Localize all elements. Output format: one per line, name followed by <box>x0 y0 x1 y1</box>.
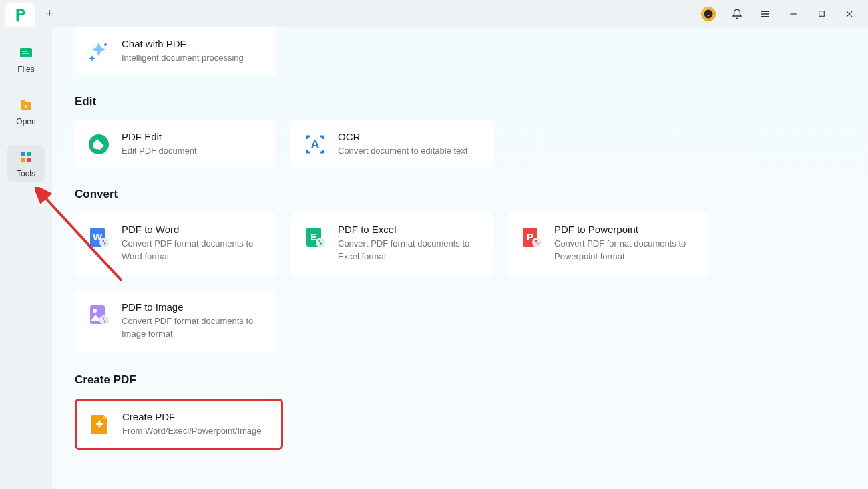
app-logo-icon <box>13 8 27 23</box>
svg-rect-14 <box>27 158 31 162</box>
sidebar-item-label: Open <box>16 117 35 126</box>
pdf-edit-icon <box>87 132 111 156</box>
card-title: PDF to Word <box>122 224 264 235</box>
open-icon <box>18 97 34 113</box>
card-content: Chat with PDF Intelligent document proce… <box>122 38 244 64</box>
svg-point-26 <box>532 238 541 247</box>
card-title: PDF to Powerpoint <box>554 224 697 235</box>
card-pdf-to-excel[interactable]: E PDF to Excel Convert PDF format docume… <box>291 213 493 276</box>
card-title: Chat with PDF <box>122 38 244 49</box>
word-icon: W <box>87 225 111 249</box>
main-content: Chat with PDF Intelligent document proce… <box>52 27 868 489</box>
svg-rect-13 <box>21 158 25 162</box>
plus-icon: + <box>46 7 53 21</box>
sidebar-item-label: Files <box>17 65 34 74</box>
svg-point-0 <box>704 9 713 18</box>
card-pdf-to-powerpoint[interactable]: P PDF to Powerpoint Convert PDF format d… <box>507 213 709 276</box>
svg-point-23 <box>316 238 325 247</box>
svg-rect-12 <box>27 152 31 156</box>
card-content: PDF to Word Convert PDF format documents… <box>122 224 264 262</box>
card-content: Create PDF From Word/Execl/Powerpoint/Im… <box>122 411 262 437</box>
card-content: PDF to Excel Convert PDF format document… <box>338 224 481 262</box>
svg-point-20 <box>99 238 109 247</box>
card-title: OCR <box>338 131 467 142</box>
card-desc: Convert PDF format documents to Excel fo… <box>338 238 481 262</box>
card-desc: From Word/Execl/Powerpoint/Image <box>122 425 262 437</box>
card-title: PDF to Image <box>122 301 264 313</box>
svg-text:A: A <box>311 138 320 151</box>
app-tab[interactable] <box>5 3 35 27</box>
section-title-convert: Convert <box>75 188 845 201</box>
svg-point-29 <box>99 315 109 325</box>
minimize-button[interactable] <box>787 7 800 21</box>
svg-point-28 <box>93 309 97 313</box>
svg-rect-31 <box>99 421 101 428</box>
card-content: OCR Convert document to editable text <box>338 131 467 157</box>
sidebar: Files Open Tools <box>0 27 52 489</box>
card-create-pdf[interactable]: Create PDF From Word/Execl/Powerpoint/Im… <box>75 399 283 449</box>
powerpoint-icon: P <box>519 225 544 249</box>
notification-icon[interactable] <box>730 7 744 21</box>
sidebar-item-open[interactable]: Open <box>7 93 45 130</box>
section-title-edit: Edit <box>75 95 845 108</box>
svg-rect-11 <box>21 152 25 156</box>
card-pdf-edit[interactable]: PDF Edit Edit PDF document <box>75 120 276 168</box>
card-chat-with-pdf[interactable]: Chat with PDF Intelligent document proce… <box>75 27 276 75</box>
close-button[interactable] <box>843 7 856 21</box>
svg-rect-5 <box>819 11 824 17</box>
svg-rect-10 <box>22 53 29 54</box>
user-avatar[interactable] <box>701 7 716 21</box>
card-desc: Intelligent document processing <box>122 52 244 64</box>
new-tab-button[interactable]: + <box>41 6 57 22</box>
titlebar-right <box>701 7 863 21</box>
avatar-icon <box>704 9 713 19</box>
maximize-button[interactable] <box>815 7 828 21</box>
card-title: PDF to Excel <box>338 224 481 235</box>
tools-icon <box>18 149 34 165</box>
sparkle-icon <box>87 39 111 63</box>
card-title: PDF Edit <box>122 131 197 142</box>
create-pdf-icon <box>87 412 112 436</box>
card-desc: Edit PDF document <box>122 145 197 157</box>
sidebar-item-tools[interactable]: Tools <box>7 145 45 182</box>
card-content: PDF to Image Convert PDF format document… <box>122 301 264 339</box>
excel-icon: E <box>303 225 327 249</box>
card-pdf-to-image[interactable]: PDF to Image Convert PDF format document… <box>75 291 276 353</box>
card-ocr[interactable]: A OCR Convert document to editable text <box>291 120 493 168</box>
card-desc: Convert document to editable text <box>338 145 467 157</box>
titlebar-left: + <box>5 0 57 27</box>
svg-point-15 <box>104 43 107 46</box>
sidebar-item-label: Tools <box>17 169 35 178</box>
sidebar-item-files[interactable]: Files <box>7 41 45 78</box>
titlebar: + <box>0 0 868 27</box>
card-desc: Convert PDF format documents to Image fo… <box>122 315 264 339</box>
svg-rect-9 <box>22 51 27 52</box>
card-desc: Convert PDF format documents to Powerpoi… <box>554 238 697 262</box>
card-desc: Convert PDF format documents to Word for… <box>122 238 264 262</box>
menu-icon[interactable] <box>758 7 772 21</box>
card-content: PDF Edit Edit PDF document <box>122 131 197 157</box>
ocr-icon: A <box>303 132 327 156</box>
files-icon <box>18 45 34 61</box>
card-title: Create PDF <box>122 411 262 422</box>
card-content: PDF to Powerpoint Convert PDF format doc… <box>554 224 697 262</box>
section-title-create: Create PDF <box>75 373 845 387</box>
card-pdf-to-word[interactable]: W PDF to Word Convert PDF format documen… <box>75 213 276 276</box>
image-icon <box>87 303 111 327</box>
